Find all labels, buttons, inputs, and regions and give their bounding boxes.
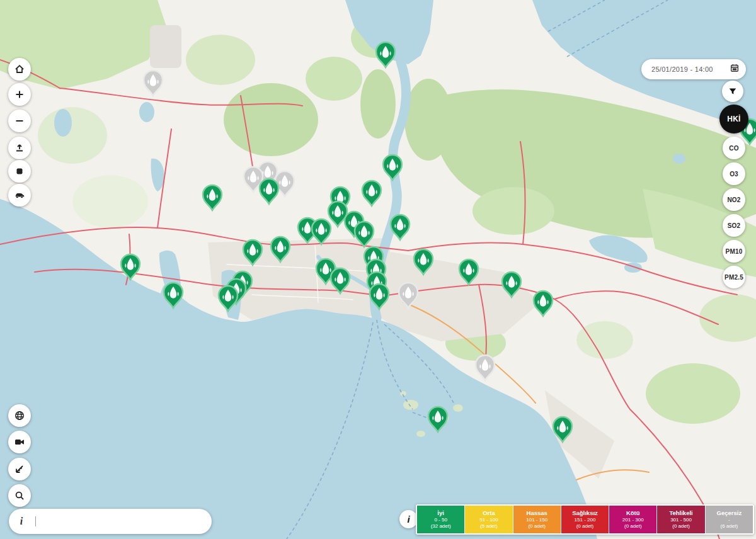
legend-count: (6 adet) xyxy=(721,523,738,530)
info-icon: i xyxy=(407,514,410,525)
legend-segment-6[interactable]: Tehlikeli301 - 500(0 adet) xyxy=(657,506,704,533)
search-button[interactable] xyxy=(8,484,31,507)
language-button[interactable] xyxy=(8,404,31,427)
pollutant-button-co[interactable]: CO xyxy=(723,137,745,159)
legend-label: Geçersiz xyxy=(717,509,742,517)
basemap-icon xyxy=(14,166,25,177)
legend-count: (0 adet) xyxy=(576,523,594,530)
camera-icon xyxy=(14,436,25,448)
legend-range: 0 - 50 xyxy=(434,517,447,523)
traffic-icon xyxy=(14,190,25,201)
legend-count: (0 adet) xyxy=(624,523,642,530)
measure-button[interactable] xyxy=(8,458,31,480)
pollutant-button-no2[interactable]: NO2 xyxy=(723,188,745,211)
legend-count: (32 adet) xyxy=(431,523,451,530)
legend-range: 101 - 150 xyxy=(526,517,547,523)
upload-button[interactable] xyxy=(8,137,31,159)
aqi-legend: İyi0 - 50(32 adet)Orta51 - 100(5 adet)Ha… xyxy=(416,504,754,535)
legend-range: 301 - 500 xyxy=(670,517,692,523)
legend-range: 151 - 200 xyxy=(575,517,596,523)
legend-segment-1[interactable]: İyi0 - 50(32 adet) xyxy=(417,506,464,533)
legend-count: (0 adet) xyxy=(528,523,546,530)
legend-segment-5[interactable]: Kötü201 - 300(0 adet) xyxy=(609,506,656,533)
legend-segment-2[interactable]: Orta51 - 100(5 adet) xyxy=(465,506,512,533)
legend-label: Hassas xyxy=(527,509,547,517)
legend-label: İyi xyxy=(437,509,444,517)
pollutant-button-so2[interactable]: SO2 xyxy=(723,214,745,237)
legend-range: - xyxy=(728,517,730,523)
location-search-bar[interactable]: i xyxy=(9,509,212,534)
legend-label: Sağlıksız xyxy=(572,509,598,517)
datetime-picker[interactable]: 25/01/2019 - 14:00 xyxy=(641,59,746,79)
legend-count: (5 adet) xyxy=(480,523,498,530)
air-quality-map-app: i 25/01/2019 - 14:00 HKİCOO3NO2SO2PM10PM… xyxy=(0,0,756,539)
zoom-in-icon xyxy=(14,89,25,100)
pollutant-button-hki[interactable]: HKİ xyxy=(719,105,748,133)
pollutant-selector: HKİCOO3NO2SO2PM10PM2.5 xyxy=(719,105,749,288)
pollutant-button-pm10[interactable]: PM10 xyxy=(723,240,745,263)
globe-icon xyxy=(14,410,25,421)
zoom-in-button[interactable] xyxy=(8,83,31,106)
camera-button[interactable] xyxy=(8,431,31,453)
legend-segment-7[interactable]: Geçersiz-(6 adet) xyxy=(706,506,753,533)
legend-segment-3[interactable]: Hassas101 - 150(0 adet) xyxy=(513,506,561,533)
home-icon xyxy=(14,64,25,75)
legend-range: 51 - 100 xyxy=(479,517,498,523)
search-input[interactable] xyxy=(36,514,212,529)
home-button[interactable] xyxy=(8,58,31,81)
legend-segment-4[interactable]: Sağlıksız151 - 200(0 adet) xyxy=(561,506,609,533)
map-canvas[interactable] xyxy=(0,0,756,539)
info-icon: i xyxy=(9,516,34,527)
funnel-icon xyxy=(728,86,738,96)
zoom-out-button[interactable] xyxy=(8,110,31,132)
legend-range: 201 - 300 xyxy=(622,517,644,523)
datetime-value: 25/01/2019 - 14:00 xyxy=(651,65,730,73)
zoom-out-icon xyxy=(14,115,25,127)
calendar-icon[interactable] xyxy=(730,63,740,76)
basemap-button[interactable] xyxy=(8,160,31,183)
legend-info-button[interactable]: i xyxy=(399,510,418,528)
pollutant-button-o3[interactable]: O3 xyxy=(723,162,745,185)
legend-label: Tehlikeli xyxy=(669,509,692,517)
legend-count: (0 adet) xyxy=(672,523,690,530)
legend-label: Kötü xyxy=(626,509,640,517)
pollutant-button-pm25[interactable]: PM2.5 xyxy=(723,266,745,288)
measure-icon xyxy=(14,463,25,475)
traffic-button[interactable] xyxy=(8,184,31,207)
upload-icon xyxy=(14,142,25,154)
filter-button[interactable] xyxy=(722,81,743,102)
search-icon xyxy=(14,490,25,501)
legend-label: Orta xyxy=(483,509,495,517)
